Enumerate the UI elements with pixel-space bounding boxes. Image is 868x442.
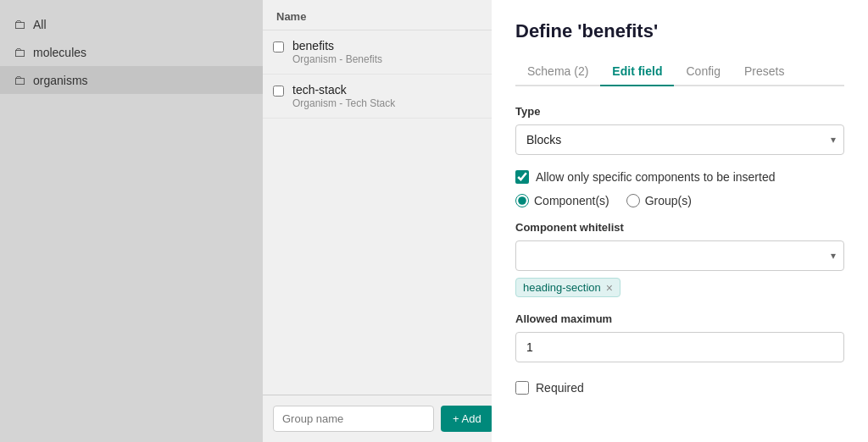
table-list: benefits Organism - Benefits tech-stack …	[263, 30, 492, 395]
row-name-tech-stack: tech-stack	[292, 83, 395, 97]
radio-item-groups: Group(s)	[626, 194, 692, 207]
tabs: Schema (2) Edit field Config Presets	[515, 58, 844, 86]
required-checkbox[interactable]	[515, 381, 529, 395]
right-panel: Define 'benefits' Schema (2) Edit field …	[492, 0, 868, 442]
type-label: Type	[515, 105, 844, 118]
table-row[interactable]: benefits Organism - Benefits	[263, 30, 492, 75]
radio-row: Component(s) Group(s)	[515, 194, 844, 207]
group-name-input[interactable]	[273, 406, 434, 432]
radio-groups[interactable]	[626, 194, 640, 207]
tag-heading-section: heading-section ×	[515, 278, 620, 297]
tab-presets[interactable]: Presets	[732, 58, 796, 86]
tab-edit-field[interactable]: Edit field	[600, 58, 674, 86]
row-content-benefits: benefits Organism - Benefits	[292, 39, 382, 65]
radio-components-label[interactable]: Component(s)	[534, 194, 609, 207]
row-checkbox-tech-stack[interactable]	[273, 86, 284, 97]
table-row[interactable]: tech-stack Organism - Tech Stack	[263, 75, 492, 119]
required-label[interactable]: Required	[536, 381, 584, 395]
add-area: + Add	[263, 395, 492, 442]
row-checkbox-benefits[interactable]	[273, 41, 284, 52]
tab-config[interactable]: Config	[674, 58, 732, 86]
row-content-tech-stack: tech-stack Organism - Tech Stack	[292, 83, 395, 109]
tag-label: heading-section	[523, 281, 601, 294]
allow-specific-label[interactable]: Allow only specific components to be ins…	[536, 170, 775, 184]
nav-item-all[interactable]: 🗀 All	[0, 10, 263, 38]
folder-icon: 🗀	[14, 17, 26, 31]
whitelist-label: Component whitelist	[515, 221, 844, 234]
row-name-benefits: benefits	[292, 39, 382, 52]
name-column-header: Name	[276, 10, 306, 23]
allow-specific-row: Allow only specific components to be ins…	[515, 170, 844, 184]
max-input[interactable]	[515, 332, 844, 362]
whitelist-select-wrapper: ▾	[515, 240, 844, 271]
nav-item-organisms-label: organisms	[33, 74, 88, 87]
radio-item-components: Component(s)	[515, 194, 609, 207]
max-label: Allowed maximum	[515, 312, 844, 325]
tab-schema[interactable]: Schema (2)	[515, 58, 600, 86]
nav-item-molecules-label: molecules	[33, 46, 86, 59]
type-section: Type Blocks Text Number Image Link ▾	[515, 105, 844, 155]
add-button-label: + Add	[453, 412, 481, 425]
table-header: Name	[263, 0, 492, 30]
required-row: Required	[515, 381, 844, 395]
folder-icon: 🗀	[14, 73, 26, 87]
whitelist-select[interactable]	[515, 240, 844, 271]
type-select[interactable]: Blocks Text Number Image Link	[515, 124, 844, 155]
tag-row: heading-section ×	[515, 278, 844, 297]
middle-panel: Name benefits Organism - Benefits tech-s…	[263, 0, 492, 442]
whitelist-section: Component whitelist ▾ heading-section ×	[515, 221, 844, 297]
left-nav-panel: 🗀 All 🗀 molecules 🗀 organisms	[0, 0, 263, 442]
nav-item-organisms[interactable]: 🗀 organisms	[0, 66, 263, 94]
nav-item-all-label: All	[33, 18, 47, 31]
panel-title: Define 'benefits'	[515, 20, 844, 42]
add-button[interactable]: + Add	[441, 406, 493, 432]
row-sub-benefits: Organism - Benefits	[292, 53, 382, 65]
folder-icon: 🗀	[14, 45, 26, 59]
type-select-wrapper: Blocks Text Number Image Link ▾	[515, 124, 844, 155]
allow-specific-checkbox[interactable]	[515, 170, 529, 184]
tag-remove-icon[interactable]: ×	[606, 282, 613, 294]
row-sub-tech-stack: Organism - Tech Stack	[292, 97, 395, 109]
max-section: Allowed maximum	[515, 312, 844, 362]
radio-groups-label[interactable]: Group(s)	[645, 194, 692, 207]
nav-item-molecules[interactable]: 🗀 molecules	[0, 38, 263, 66]
radio-components[interactable]	[515, 194, 529, 207]
